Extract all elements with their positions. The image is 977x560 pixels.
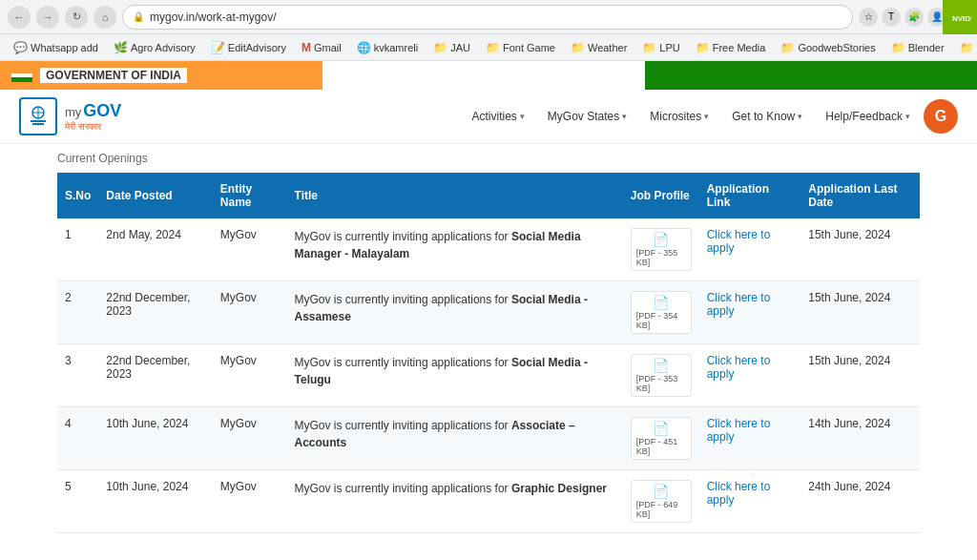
pdf-download[interactable]: 📄 [PDF - 353 KB]	[631, 354, 692, 397]
logo-my: my	[65, 105, 81, 119]
cell-date: 2nd May, 2024	[98, 218, 212, 281]
apply-link[interactable]: Click here to apply	[707, 228, 771, 255]
bookmark-fontgame[interactable]: 📁 Font Game	[480, 39, 561, 56]
cell-sno: 4	[57, 407, 98, 470]
cell-entity: MyGov	[213, 281, 287, 344]
cell-apply[interactable]: Click here to apply	[699, 218, 801, 281]
cell-entity: MyGov	[213, 470, 287, 533]
pdf-icon: 📄	[653, 232, 669, 247]
cell-date: 22nd December, 2023	[98, 281, 212, 344]
nav-microsites[interactable]: Microsites ▾	[640, 104, 718, 129]
logo-gov: GOV	[83, 101, 121, 121]
gmail-icon: M	[301, 41, 311, 54]
bookmark-whatsapp[interactable]: 💬 Whatsapp add	[8, 39, 104, 56]
reload-button[interactable]: ↻	[65, 6, 88, 29]
back-button[interactable]: ←	[8, 6, 31, 29]
table-header: S.No Date Posted Entity Name Title Job P…	[57, 173, 920, 218]
nav-help-feedback[interactable]: Help/Feedback ▾	[816, 104, 920, 129]
nvidia-icon: NVIDIA	[948, 6, 971, 29]
pdf-download[interactable]: 📄 [PDF - 354 KB]	[631, 291, 692, 334]
cell-sno: 2	[57, 281, 98, 344]
cell-apply[interactable]: Click here to apply	[699, 407, 801, 470]
svg-text:NVIDIA: NVIDIA	[952, 14, 971, 23]
pdf-download[interactable]: 📄 [PDF - 451 KB]	[631, 417, 692, 460]
bookmark-freemedia[interactable]: 📁 Free Media	[690, 39, 772, 56]
login-button[interactable]: G	[924, 99, 958, 134]
col-profile: Job Profile	[623, 173, 699, 218]
gov-stripe: GOVERNMENT OF INDIA	[0, 61, 977, 90]
pdf-icon: 📄	[653, 484, 669, 499]
cell-apply[interactable]: Click here to apply	[699, 281, 801, 344]
breadcrumb-label: Current Openings	[57, 152, 148, 165]
cell-pdf[interactable]: 📄 [PDF - 354 KB]	[623, 281, 699, 344]
pdf-download[interactable]: 📄 [PDF - 355 KB]	[631, 228, 692, 271]
home-button[interactable]: ⌂	[94, 6, 116, 29]
cell-apply[interactable]: Click here to apply	[699, 344, 801, 407]
openings-table: S.No Date Posted Entity Name Title Job P…	[57, 173, 920, 533]
cell-lastdate: 15th June, 2024	[800, 218, 920, 281]
nav-activities[interactable]: Activities ▾	[463, 104, 534, 129]
cell-title: MyGov is currently inviting applications…	[287, 281, 623, 344]
bookmark-vratkatha[interactable]: 📁 Vrat Katha Varta Guj...	[954, 39, 977, 56]
table-body: 12nd May, 2024MyGovMyGov is currently in…	[57, 218, 920, 533]
col-lastdate: Application Last Date	[800, 173, 920, 218]
pdf-download[interactable]: 📄 [PDF - 649 KB]	[631, 480, 692, 523]
cell-date: 10th June, 2024	[98, 470, 212, 533]
cell-entity: MyGov	[213, 407, 287, 470]
cell-pdf[interactable]: 📄 [PDF - 451 KB]	[623, 407, 699, 470]
col-apply: Application Link	[699, 173, 801, 218]
table-row: 322nd December, 2023MyGovMyGov is curren…	[57, 344, 920, 407]
table-row: 12nd May, 2024MyGovMyGov is currently in…	[57, 218, 920, 281]
cell-sno: 1	[57, 218, 98, 281]
folder-jau-icon: 📁	[433, 41, 447, 54]
nav-mygov-states[interactable]: MyGov States ▾	[538, 104, 636, 129]
col-sno: S.No	[57, 173, 98, 218]
bookmark-weather[interactable]: 📁 Weather	[565, 39, 633, 56]
folder-blender-icon: 📁	[891, 41, 905, 54]
folder-weather-icon: 📁	[571, 41, 585, 54]
breadcrumb: Current Openings	[0, 144, 977, 173]
star-icon[interactable]: ☆	[859, 8, 878, 27]
lock-icon: 🔒	[133, 11, 144, 22]
logo-hindi: मेरी सरकार	[65, 121, 121, 133]
cell-sno: 5	[57, 470, 98, 533]
apply-link[interactable]: Click here to apply	[707, 417, 771, 444]
pdf-icon: 📄	[653, 295, 669, 310]
nav-get-to-know[interactable]: Get to Know ▾	[722, 104, 812, 129]
extensions-icon[interactable]: 🧩	[904, 8, 924, 27]
apply-link[interactable]: Click here to apply	[707, 291, 771, 318]
apply-link[interactable]: Click here to apply	[707, 480, 771, 507]
bookmark-gmail[interactable]: M Gmail	[296, 39, 347, 56]
emblem-icon	[19, 97, 57, 135]
pdf-icon: 📄	[653, 358, 669, 373]
cell-date: 10th June, 2024	[98, 407, 212, 470]
cell-lastdate: 15th June, 2024	[800, 281, 920, 344]
folder-freemedia-icon: 📁	[696, 41, 710, 54]
chevron-activities-icon: ▾	[520, 112, 525, 121]
col-entity: Entity Name	[213, 173, 287, 218]
address-bar[interactable]: 🔒 mygov.in/work-at-mygov/	[122, 5, 853, 30]
cell-pdf[interactable]: 📄 [PDF - 353 KB]	[623, 344, 699, 407]
bookmark-edit[interactable]: 📝 EditAdvisory	[205, 39, 292, 56]
cell-apply[interactable]: Click here to apply	[699, 470, 801, 533]
svg-rect-3	[31, 120, 46, 122]
cell-pdf[interactable]: 📄 [PDF - 355 KB]	[623, 218, 699, 281]
translate-icon[interactable]: T	[882, 8, 901, 27]
bookmark-agro[interactable]: 🌿 Agro Advisory	[108, 39, 201, 56]
main-content: S.No Date Posted Entity Name Title Job P…	[0, 173, 977, 552]
chevron-microsites-icon: ▾	[704, 112, 709, 121]
cell-title: MyGov is currently inviting applications…	[287, 344, 623, 407]
apply-link[interactable]: Click here to apply	[707, 354, 771, 381]
forward-button[interactable]: →	[36, 6, 59, 29]
bookmark-blender[interactable]: 📁 Blender	[885, 39, 950, 56]
bookmark-goodweb[interactable]: 📁 GoodwebStories	[775, 39, 881, 56]
table-row: 222nd December, 2023MyGovMyGov is curren…	[57, 281, 920, 344]
bookmark-kvkamreli[interactable]: 🌐 kvkamreli	[351, 39, 424, 56]
folder-goodweb-icon: 📁	[780, 41, 795, 54]
cell-pdf[interactable]: 📄 [PDF - 649 KB]	[623, 470, 699, 533]
bookmark-jau[interactable]: 📁 JAU	[427, 39, 476, 56]
agro-icon: 🌿	[114, 41, 128, 54]
bookmark-lpu[interactable]: 📁 LPU	[636, 39, 685, 56]
kvkamreli-icon: 🌐	[357, 41, 371, 54]
cell-entity: MyGov	[213, 218, 287, 281]
